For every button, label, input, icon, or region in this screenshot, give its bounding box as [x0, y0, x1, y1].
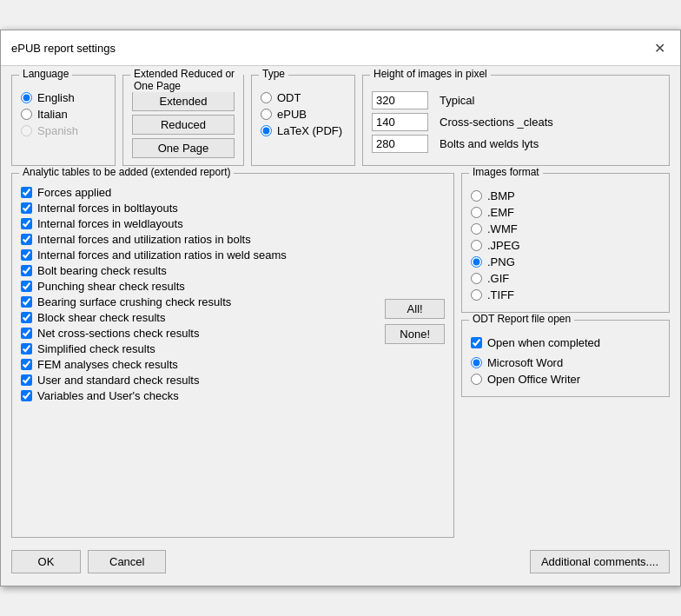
language-italian-radio[interactable] [21, 109, 32, 120]
format-png[interactable]: .PNG [471, 255, 660, 268]
format-emf[interactable]: .EMF [471, 206, 660, 219]
odt-open-when-completed[interactable]: Open when completed [471, 336, 660, 349]
one-page-button[interactable]: One Page [132, 138, 235, 158]
type-legend: Type [259, 68, 288, 80]
language-english-label: English [37, 91, 75, 104]
analytic-item-5[interactable]: Bolt bearing check results [21, 264, 385, 277]
language-options: English Italian Spanish [21, 91, 106, 137]
images-format-group: Images format .BMP .EMF .WMF .JPEG .PNG … [461, 173, 670, 313]
odt-options: Open when completed Microsoft Word Open … [471, 336, 660, 386]
reduced-button[interactable]: Reduced [132, 115, 235, 135]
height-group: Height of images in pixel Typical Cross-… [362, 75, 670, 166]
left-buttons: OK Cancel [11, 550, 166, 573]
height-crosssections-label: Cross-sections _cleats [440, 113, 660, 131]
extended-group: Extended Reduced or One Page Extended Re… [122, 75, 244, 166]
odt-group: ODT Report file open Open when completed… [461, 320, 670, 397]
format-tiff[interactable]: .TIFF [471, 288, 660, 301]
analytic-item-10[interactable]: Simplified check results [21, 342, 385, 355]
type-epub[interactable]: ePUB [261, 108, 346, 121]
additional-comments-button[interactable]: Additional comments.... [530, 550, 670, 573]
language-legend: Language [19, 68, 72, 80]
format-gif[interactable]: .GIF [471, 272, 660, 285]
none-button[interactable]: None! [385, 324, 445, 344]
odt-ms-word-radio[interactable] [471, 357, 482, 368]
all-button[interactable]: All! [385, 299, 445, 319]
height-bolts-label: Bolts and welds lyts [440, 135, 660, 153]
extended-buttons: Extended Reduced One Page [132, 91, 235, 158]
analytic-item-13[interactable]: Variables and User's checks [21, 389, 385, 402]
odt-open-when-completed-label: Open when completed [487, 336, 600, 349]
dialog-body: Language English Italian Spanish [1, 66, 680, 586]
close-button[interactable]: ✕ [649, 37, 670, 58]
format-jpeg[interactable]: .JPEG [471, 239, 660, 252]
language-spanish-label: Spanish [37, 124, 78, 137]
analytic-item-1[interactable]: Internal forces in boltlayouts [21, 202, 385, 215]
cancel-button[interactable]: Cancel [88, 550, 166, 573]
type-latex-radio[interactable] [261, 125, 272, 136]
type-latex-label: LaTeX (PDF) [277, 124, 342, 137]
analytic-item-2[interactable]: Internal forces in weldlayouts [21, 217, 385, 230]
analytic-checks-col: Forces applied Internal forces in boltla… [21, 186, 385, 405]
format-bmp[interactable]: .BMP [471, 189, 660, 202]
analytic-item-7[interactable]: Bearing surface crushing check results [21, 295, 385, 308]
analytic-item-12[interactable]: User and standard check results [21, 374, 385, 387]
dialog-title: ePUB report settings [11, 42, 116, 55]
language-spanish: Spanish [21, 124, 106, 137]
height-typical-input[interactable] [372, 91, 428, 109]
odt-ms-word-label: Microsoft Word [487, 356, 563, 369]
analytic-legend: Analytic tables to be added (extended re… [19, 166, 234, 178]
type-odt-label: ODT [277, 91, 301, 104]
height-legend: Height of images in pixel [370, 68, 491, 80]
analytic-item-4[interactable]: Internal forces and utilization ratios i… [21, 248, 385, 262]
type-latex[interactable]: LaTeX (PDF) [261, 124, 346, 137]
height-typical-label: Typical [440, 91, 660, 109]
type-odt[interactable]: ODT [261, 91, 346, 104]
extended-button[interactable]: Extended [132, 91, 235, 111]
analytic-rows-area: Forces applied Internal forces in boltla… [21, 186, 445, 405]
odt-oo-writer[interactable]: Open Office Writer [471, 373, 660, 386]
type-options: ODT ePUB LaTeX (PDF) [261, 91, 346, 137]
odt-ms-word[interactable]: Microsoft Word [471, 356, 660, 369]
title-bar: ePUB report settings ✕ [1, 30, 680, 66]
language-english-radio[interactable] [21, 92, 32, 103]
language-group: Language English Italian Spanish [11, 75, 116, 166]
extended-legend: Extended Reduced or One Page [130, 68, 243, 92]
ok-button[interactable]: OK [11, 550, 81, 573]
top-row: Language English Italian Spanish [11, 75, 670, 166]
analytic-item-11[interactable]: FEM analyses check results [21, 358, 385, 371]
analytic-item-3[interactable]: Internal forces and utilization ratios i… [21, 233, 385, 246]
language-english[interactable]: English [21, 91, 106, 104]
type-odt-radio[interactable] [261, 92, 272, 103]
analytic-item-0[interactable]: Forces applied [21, 186, 385, 199]
buttons-row: OK Cancel Additional comments.... [11, 545, 670, 577]
language-italian-label: Italian [37, 108, 68, 121]
analytic-item-9[interactable]: Net cross-sections check results [21, 327, 385, 340]
images-format-options: .BMP .EMF .WMF .JPEG .PNG .GIF .TIFF [471, 189, 660, 301]
type-epub-radio[interactable] [261, 109, 272, 120]
height-crosssections-input[interactable] [372, 113, 428, 131]
images-format-legend: Images format [469, 166, 543, 178]
height-table: Typical Cross-sections _cleats Bolts and… [372, 91, 660, 153]
odt-legend: ODT Report file open [469, 313, 574, 325]
odt-oo-writer-label: Open Office Writer [487, 373, 580, 386]
type-epub-label: ePUB [277, 108, 307, 121]
height-bolts-input[interactable] [372, 135, 428, 153]
analytic-item-8[interactable]: Block shear check results [21, 311, 385, 324]
language-italian[interactable]: Italian [21, 108, 106, 121]
bottom-row: Analytic tables to be added (extended re… [11, 173, 670, 538]
type-group: Type ODT ePUB LaTeX (PDF) [251, 75, 355, 166]
analytic-btns-col: All! None! [385, 186, 445, 405]
odt-open-when-completed-checkbox[interactable] [471, 337, 482, 348]
right-column: Images format .BMP .EMF .WMF .JPEG .PNG … [461, 173, 670, 538]
odt-oo-writer-radio[interactable] [471, 374, 482, 385]
format-wmf[interactable]: .WMF [471, 222, 660, 235]
analytic-item-6[interactable]: Punching shear check results [21, 280, 385, 293]
analytic-group: Analytic tables to be added (extended re… [11, 173, 454, 538]
language-spanish-radio [21, 125, 32, 136]
epub-report-settings-dialog: ePUB report settings ✕ Language English … [0, 30, 681, 586]
